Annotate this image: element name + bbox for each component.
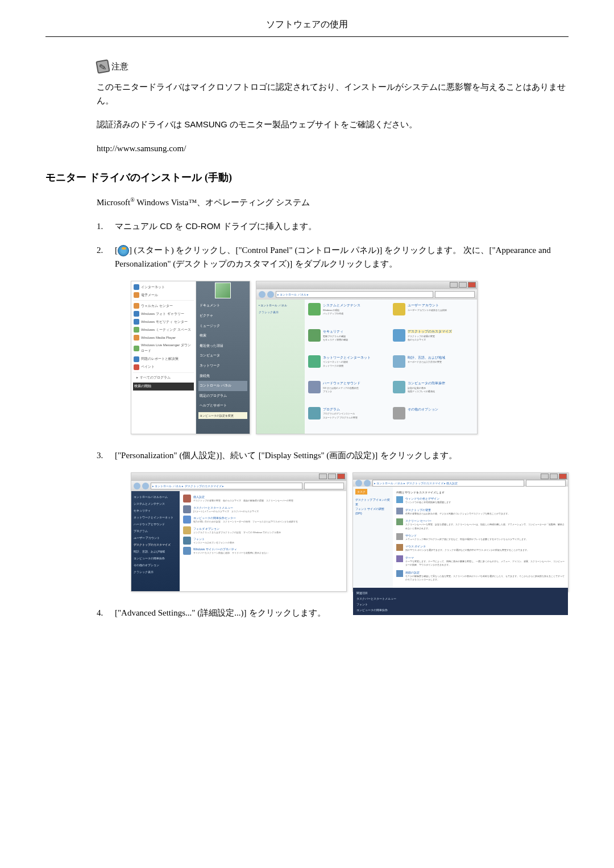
screenshots-row-1: インターネット 電子メール ウェルカム センター Windows フォト ギャラ…	[131, 281, 569, 434]
sidebar-item: クラシック表示	[134, 568, 177, 575]
back-icon	[355, 480, 362, 487]
item-icon	[183, 547, 191, 555]
cp-category: デスクトップのカスタマイズデスクトップの背景の変更色のカスタマイズ	[393, 329, 474, 353]
sidebar-item: コントロールパネルホーム	[134, 493, 177, 500]
item-icon	[183, 526, 191, 534]
sidebar-item: ネットワークとインターネット	[134, 514, 177, 521]
item-icon	[396, 496, 403, 503]
sidebar-item: コンピュータの簡単操作	[134, 555, 177, 562]
display-item: サウンドメニュークリック時やプログラム終了後にするなど、特定の場所やプレイを必要…	[396, 533, 565, 541]
maximize-icon	[328, 474, 336, 479]
personalization-item: コンピュータの簡単操作センター視力の弱い方のための設定 スクリーンリーダーの使用…	[183, 516, 343, 524]
display-item: テーマテーマを変更します。テーマによって、同時に表示の要素を変更し、一度に多くの…	[396, 555, 565, 567]
step-3: 3. ["Personalization" (個人設定)]、続いて ["Disp…	[97, 448, 569, 462]
category-icon	[393, 381, 405, 393]
item-icon	[183, 505, 191, 513]
mail-icon	[134, 292, 139, 298]
report-icon	[134, 356, 139, 362]
display-item: マウス ポインタ別のマウス ポインタを選択できます。クリックや選択などの動作中の…	[396, 544, 565, 552]
notice-label: 注意	[111, 60, 128, 73]
personalization-item: フォルダ オプションシングルクリックまたはダブルクリックの設定 すべての Win…	[183, 526, 343, 534]
step-4-text: ["Advanced Settings..." (詳細設定...)] をクリック…	[115, 606, 569, 620]
appearance-screenshot: ▸ コントロール パネル ▸ デスクトップのカスタマイズ ▸ コントロールパネル…	[131, 472, 347, 592]
paint-icon	[134, 364, 139, 370]
personalization-item: フォントインストールされているフォントの表示	[183, 537, 343, 545]
sidebar-item: セキュリティ	[134, 507, 177, 514]
sidebar-item: 時計、言語、および地域	[134, 548, 177, 555]
personalization-screenshot: ▸ コントロール パネル ▸ デスクトップのカスタマイズ ▸ 個人設定 タスク …	[352, 472, 569, 592]
close-icon	[468, 282, 476, 288]
minimize-icon	[450, 282, 458, 288]
step-2-num: 2.	[97, 243, 115, 271]
display-item: ウィンドウの色とデザインウィンドウの色と半透明効果を微調整します	[396, 496, 565, 504]
breadcrumb: ▸ コントロール パネル ▸	[276, 291, 433, 298]
step-1-text: マニュアル CD を CD-ROM ドライブに挿入します。	[115, 219, 569, 233]
control-panel-highlight: コントロール パネル	[198, 381, 247, 391]
cp-category: ネットワークとインターネットインターネットへの接続ネットワークの状態	[308, 355, 389, 379]
start-orb-icon	[118, 245, 129, 256]
user-avatar-icon	[215, 283, 231, 298]
display-item: スクリーン セーバースクリーンセーバーを変更、設定を調整します。スクリーンセーバ…	[396, 518, 565, 530]
step-1: 1. マニュアル CD を CD-ROM ドライブに挿入します。	[97, 219, 569, 233]
display-item: 画面の設定モニタの解像度を確認して異なった色を変更。スクリーンの表示がストパを利…	[396, 570, 565, 582]
notice-text-1: このモニタードライバはマイクロソフトロゴに認定されており、インストールがシステム…	[97, 80, 569, 107]
welcome-icon	[134, 303, 139, 309]
section-heading: モニター ドライバのインストール (手動)	[45, 169, 569, 186]
pencil-icon	[96, 59, 110, 73]
cp-category: ユーザー アカウントユーザー アカウントの追加または削除	[393, 303, 474, 327]
cp-category: システムとメンテナンスWindows の開始バックアップの作成	[308, 303, 389, 327]
item-icon	[396, 570, 403, 577]
step-2: 2. [] (スタート) をクリックし、["Control Panel" (コン…	[97, 243, 569, 271]
maximize-icon	[550, 474, 558, 479]
sidebar-item: ユーザー アカウント	[134, 534, 177, 541]
sidebar-item: ハードウェアとサウンド	[134, 521, 177, 528]
forward-icon	[267, 291, 274, 298]
cp-category: プログラムプログラムのアンインストールスタートアップ プログラムの変更	[308, 407, 389, 431]
category-icon	[308, 381, 321, 393]
cp-category: セキュリティ更新プログラムの確認セキュリティ状態の確認	[308, 329, 389, 353]
category-icon	[308, 329, 321, 342]
step-3-text: ["Personalization" (個人設定)]、続いて ["Display…	[115, 448, 569, 462]
sidebar-item: システムとメンテナンス	[134, 500, 177, 507]
category-icon	[393, 329, 405, 342]
messenger-icon	[134, 346, 139, 351]
step-1-num: 1.	[97, 219, 115, 233]
display-item: デスクトップの背景任意の背景色またはお好みの画、デジタル写真のコレクションでデス…	[396, 508, 565, 516]
close-icon	[559, 474, 567, 479]
breadcrumb: ▸ コントロール パネル ▸ デスクトップのカスタマイズ ▸	[151, 483, 302, 489]
cp-category: 時計、言語、および地域キーボードまたは入力方法の変更	[393, 355, 474, 379]
category-icon	[308, 407, 321, 420]
item-icon	[183, 495, 191, 502]
item-icon	[183, 537, 191, 545]
search-input	[526, 480, 566, 487]
item-icon	[396, 544, 403, 551]
notice-block: 注意 このモニタードライバはマイクロソフトロゴに認定されており、インストールがシ…	[97, 60, 569, 155]
cp-category: コンピュータの簡単操作設定の提案の表示視覚ディスプレイの最適化	[393, 381, 474, 405]
category-icon	[393, 407, 405, 420]
ie-icon	[134, 284, 139, 290]
step-4: 4. ["Advanced Settings..." (詳細設定...)] をク…	[97, 606, 569, 620]
category-icon	[393, 355, 405, 368]
forward-icon	[142, 483, 149, 489]
personalization-item: Windows サイドバーのプロパティサイドバーをスクリーン前面に追加 サイドバ…	[183, 547, 343, 555]
footer-link: 関連項目	[355, 590, 566, 596]
back-icon	[134, 483, 140, 489]
system-line: Microsoft® Windows Vista™、オペレーティング システム	[97, 196, 569, 209]
cp-category: その他のオプション	[393, 407, 474, 431]
sidebar-item: その他のオプション	[134, 562, 177, 568]
maximize-icon	[459, 282, 467, 288]
category-icon	[393, 303, 405, 315]
item-icon	[183, 516, 191, 524]
meeting-icon	[134, 327, 139, 333]
mobility-icon	[134, 319, 139, 325]
breadcrumb: ▸ コントロール パネル ▸ デスクトップのカスタマイズ ▸ 個人設定	[372, 480, 524, 487]
category-icon	[308, 355, 321, 368]
page-title: ソフトウェアの使用	[45, 17, 569, 37]
heading-paren: (手動)	[205, 172, 232, 183]
search-input	[435, 291, 475, 298]
notice-text-2: 認証済みのドライバは SAMSUNG のモニター製品ウェブサイトをご確認ください…	[97, 118, 569, 131]
footer-link: タスクバーとスタートメニュー	[355, 596, 566, 601]
sidebar-item: デスクトップのカスタマイズ	[134, 541, 177, 548]
wmp-icon	[134, 335, 139, 340]
step-2-text: [] (スタート) をクリックし、["Control Panel" (コントロー…	[115, 243, 569, 271]
